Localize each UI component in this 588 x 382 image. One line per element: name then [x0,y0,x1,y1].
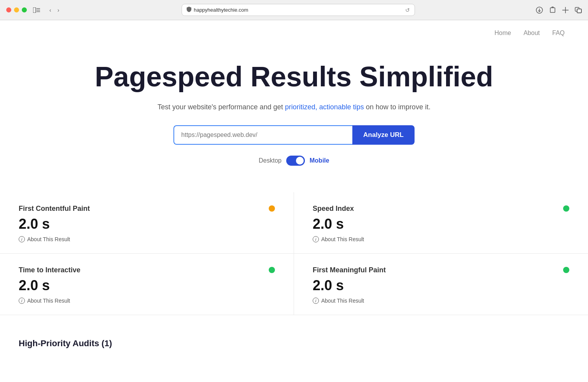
about-result-text-tti: About This Result [27,298,70,304]
metric-tti: Time to Interactive 2.0 s i About This R… [0,254,294,315]
metric-fmp-title: First Meaningful Paint [313,266,386,274]
metric-si: Speed Index 2.0 s i About This Result [294,192,588,254]
metrics-grid: First Contentful Paint 2.0 s i About Thi… [0,192,588,315]
metric-si-title: Speed Index [313,205,354,213]
audits-section: High-Priority Audits (1) [0,331,588,356]
audits-title: High-Priority Audits (1) [19,338,569,349]
metric-fmp-dot [563,267,569,273]
metric-fcp-title: First Contentful Paint [19,205,90,213]
metric-fmp-about[interactable]: i About This Result [313,298,569,304]
minimize-button[interactable] [14,7,19,12]
metric-fcp: First Contentful Paint 2.0 s i About Thi… [0,192,294,254]
metric-si-dot [563,205,569,212]
svg-rect-11 [577,9,581,13]
metric-si-value: 2.0 s [313,216,569,232]
download-button[interactable] [536,7,543,14]
reload-icon[interactable]: ↺ [405,7,410,13]
share-button[interactable] [549,7,556,14]
metric-fmp: First Meaningful Paint 2.0 s i About Thi… [294,254,588,315]
hero-title: Pagespeed Results Simplified [8,61,580,92]
metric-tti-title: Time to Interactive [19,266,80,274]
url-form: Analyze URL [8,125,580,145]
back-button[interactable]: ‹ [48,6,53,14]
mobile-label: Mobile [310,157,329,164]
analyze-button[interactable]: Analyze URL [352,125,415,145]
about-result-text: About This Result [27,236,70,242]
svg-rect-6 [550,8,555,12]
device-toggle[interactable] [286,156,305,166]
url-text: happyhealthytechie.com [194,7,248,13]
url-input[interactable] [173,125,352,145]
main-nav: Home About FAQ [0,20,588,46]
sidebar-toggle-button[interactable] [32,7,42,14]
info-icon-si: i [313,236,319,242]
metric-fcp-about[interactable]: i About This Result [19,236,275,242]
metric-tti-value: 2.0 s [19,277,275,294]
metric-si-about[interactable]: i About This Result [313,236,569,242]
about-result-text-fmp: About This Result [321,298,364,304]
security-icon [187,7,191,13]
metric-fcp-value: 2.0 s [19,216,275,232]
close-button[interactable] [6,7,11,12]
nav-about[interactable]: About [523,30,540,37]
metric-tti-dot [269,267,275,273]
device-toggle-row: Desktop Mobile [8,156,580,166]
metric-tti-about[interactable]: i About This Result [19,298,275,304]
forward-button[interactable]: › [56,6,61,14]
info-icon: i [19,236,25,242]
address-bar[interactable]: happyhealthytechie.com ↺ [182,4,415,16]
tabs-button[interactable] [575,7,582,13]
maximize-button[interactable] [22,7,27,12]
nav-faq[interactable]: FAQ [552,30,565,37]
info-icon-tti: i [19,298,25,304]
new-tab-button[interactable] [562,7,569,13]
hero-subtitle: Test your website's performance and get … [8,102,580,113]
hero-section: Pagespeed Results Simplified Test your w… [0,46,588,192]
metric-fcp-dot [269,205,275,212]
nav-home[interactable]: Home [494,30,511,37]
about-result-text-si: About This Result [321,236,364,242]
svg-rect-0 [33,7,36,13]
metric-fmp-value: 2.0 s [313,277,569,294]
traffic-lights [6,7,27,12]
toggle-knob [296,157,304,165]
browser-right-controls [536,7,582,14]
browser-chrome: ‹ › happyhealthytechie.com ↺ [0,0,588,20]
browser-nav-controls: ‹ › [48,6,61,14]
desktop-label: Desktop [259,157,282,164]
info-icon-fmp: i [313,298,319,304]
